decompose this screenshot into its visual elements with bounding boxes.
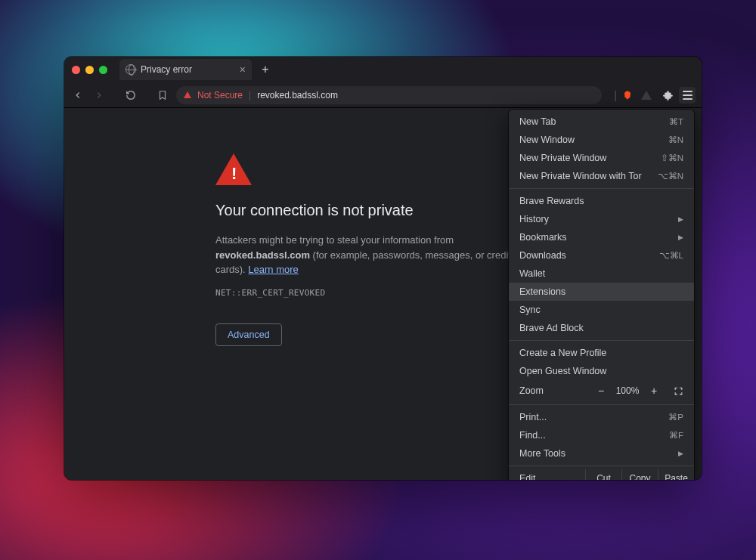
browser-window: Privacy error × + Not Secure | revoked.b…	[64, 57, 702, 480]
bookmark-button[interactable]	[155, 88, 170, 103]
zoom-window-button[interactable]	[99, 66, 107, 74]
menu-sync[interactable]: Sync	[509, 301, 694, 319]
separator: |	[249, 90, 251, 101]
toolbar-right: |	[608, 87, 696, 104]
brave-icon[interactable]	[620, 88, 635, 103]
extensions-button[interactable]	[661, 88, 676, 103]
zoom-label: Zoom	[519, 385, 590, 396]
menu-zoom-row: Zoom − 100% +	[509, 380, 694, 401]
fullscreen-button[interactable]	[670, 383, 686, 398]
forward-button[interactable]	[91, 88, 107, 103]
tab-strip: Privacy error × +	[64, 57, 702, 82]
globe-icon	[125, 64, 136, 75]
window-controls	[72, 66, 107, 74]
zoom-in-button[interactable]: +	[646, 383, 662, 398]
learn-more-link[interactable]: Learn more	[248, 264, 298, 275]
toolbar: Not Secure | revoked.badssl.com |	[64, 82, 702, 108]
error-host: revoked.badssl.com	[215, 249, 310, 261]
menu-bookmarks[interactable]: Bookmarks▶	[509, 228, 694, 246]
menu-downloads[interactable]: Downloads⌥⌘L	[509, 246, 694, 265]
app-menu: New Tab⌘T New Window⌘N New Private Windo…	[509, 110, 694, 480]
menu-more-tools[interactable]: More Tools▶	[509, 444, 694, 463]
reload-button[interactable]	[123, 88, 138, 103]
edit-paste[interactable]: Paste	[658, 469, 694, 480]
error-body: Attackers might be trying to steal your …	[215, 233, 533, 277]
zoom-out-button[interactable]: −	[593, 383, 609, 398]
edit-cut[interactable]: Cut	[585, 469, 621, 480]
address-bar[interactable]: Not Secure | revoked.badssl.com	[176, 86, 602, 104]
new-tab-button[interactable]: +	[256, 60, 274, 79]
tab-close-icon[interactable]: ×	[240, 64, 246, 75]
menu-wallet[interactable]: Wallet	[509, 265, 694, 283]
edit-label: Edit	[509, 469, 585, 480]
menu-new-tor-window[interactable]: New Private Window with Tor⌥⌘N	[509, 167, 694, 185]
close-window-button[interactable]	[72, 66, 80, 74]
large-warning-icon	[215, 153, 252, 185]
menu-new-tab[interactable]: New Tab⌘T	[509, 113, 694, 131]
app-menu-button[interactable]	[679, 87, 696, 104]
menu-new-window[interactable]: New Window⌘N	[509, 131, 694, 149]
menu-ad-block[interactable]: Brave Ad Block	[509, 319, 694, 337]
minimize-window-button[interactable]	[85, 66, 94, 74]
shields-icon[interactable]	[641, 91, 652, 100]
not-secure-label: Not Secure	[197, 90, 243, 101]
advanced-button[interactable]: Advanced	[215, 323, 282, 346]
warning-triangle-icon	[184, 91, 191, 98]
menu-history[interactable]: History▶	[509, 210, 694, 228]
url-text: revoked.badssl.com	[257, 90, 338, 101]
menu-print[interactable]: Print...⌘P	[509, 408, 694, 426]
menu-brave-rewards[interactable]: Brave Rewards	[509, 192, 694, 210]
error-body-prefix: Attackers might be trying to steal your …	[215, 234, 454, 246]
back-button[interactable]	[70, 88, 85, 103]
zoom-value: 100%	[612, 385, 643, 396]
menu-new-private-window[interactable]: New Private Window⇧⌘N	[509, 149, 694, 167]
menu-find[interactable]: Find...⌘F	[509, 426, 694, 444]
tab-title: Privacy error	[141, 64, 192, 75]
menu-edit-row: Edit Cut Copy Paste	[509, 469, 694, 480]
tab-privacy-error[interactable]: Privacy error ×	[119, 59, 252, 80]
menu-guest-window[interactable]: Open Guest Window	[509, 362, 694, 380]
edit-copy[interactable]: Copy	[621, 469, 658, 480]
menu-extensions[interactable]: Extensions	[509, 283, 694, 301]
menu-create-profile[interactable]: Create a New Profile	[509, 344, 694, 362]
